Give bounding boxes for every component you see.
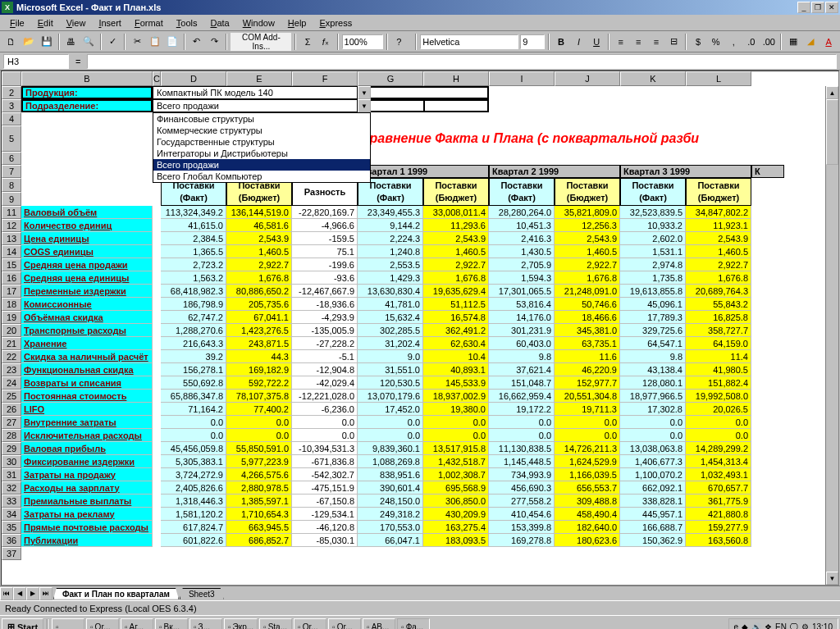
col-header[interactable]: I bbox=[489, 71, 555, 86]
data-cell[interactable]: 1,318,446.3 bbox=[161, 495, 226, 508]
dropdown-option[interactable]: Коммерческие структуры bbox=[153, 125, 370, 136]
data-cell[interactable]: 309,488.8 bbox=[555, 495, 620, 508]
row-label[interactable]: Исключительная расходы bbox=[21, 429, 153, 442]
tray-icon[interactable]: ⚙ bbox=[801, 622, 809, 629]
data-cell[interactable]: 1,460.5 bbox=[226, 245, 292, 258]
data-cell[interactable]: 45,456,059.8 bbox=[161, 442, 226, 455]
data-cell[interactable]: 21,248,091.0 bbox=[555, 285, 620, 298]
data-cell[interactable]: 838,951.6 bbox=[358, 468, 423, 481]
product-dropdown[interactable]: Компактный ПК модель 140 bbox=[153, 86, 358, 99]
currency-icon[interactable]: $ bbox=[690, 33, 706, 51]
data-cell[interactable]: 2,553.5 bbox=[358, 258, 423, 271]
tray-icon[interactable]: ❖ bbox=[765, 622, 772, 629]
preview-icon[interactable]: 🔍 bbox=[80, 33, 97, 51]
data-cell[interactable]: 64,547.1 bbox=[620, 337, 686, 350]
row-label[interactable]: Публикации bbox=[21, 534, 153, 547]
data-cell[interactable]: 20,551,304.8 bbox=[555, 390, 620, 403]
data-cell[interactable]: 2,880,978.5 bbox=[226, 481, 292, 495]
data-cell[interactable]: 410,454.6 bbox=[489, 508, 555, 521]
data-cell[interactable]: 50,746.6 bbox=[555, 298, 620, 311]
menu-window[interactable]: Window bbox=[236, 16, 281, 30]
division-dropdown[interactable]: Всего продажи bbox=[153, 99, 358, 112]
data-cell[interactable]: 362,491.2 bbox=[423, 324, 489, 337]
data-cell[interactable]: -67,150.8 bbox=[292, 495, 358, 508]
data-cell[interactable]: 1,676.8 bbox=[423, 271, 489, 285]
merge-icon[interactable]: ⊟ bbox=[666, 33, 682, 51]
data-cell[interactable]: 0.0 bbox=[292, 429, 358, 442]
data-cell[interactable]: 0.0 bbox=[226, 416, 292, 429]
data-cell[interactable]: 10.4 bbox=[423, 350, 489, 363]
row-header[interactable]: 34 bbox=[2, 508, 21, 521]
autosum-icon[interactable]: Σ bbox=[299, 33, 316, 51]
row-label[interactable]: Хранение bbox=[21, 337, 153, 350]
data-cell[interactable]: 248,150.0 bbox=[358, 495, 423, 508]
menu-express[interactable]: Express bbox=[313, 16, 358, 30]
data-cell[interactable]: 28,280,264.0 bbox=[489, 206, 555, 219]
data-cell[interactable]: -129,534.1 bbox=[292, 508, 358, 521]
data-cell[interactable]: 11,293.6 bbox=[423, 219, 489, 232]
row-label[interactable]: Комиссионные bbox=[21, 298, 153, 311]
data-cell[interactable]: -6,236.0 bbox=[292, 403, 358, 416]
dropdown-option[interactable]: Всего Глобал Компьютер bbox=[153, 171, 370, 182]
row-header[interactable]: 30 bbox=[2, 455, 21, 468]
data-cell[interactable]: 33,008,011.4 bbox=[423, 206, 489, 219]
row-header[interactable]: 37 bbox=[2, 547, 21, 560]
data-cell[interactable]: -10,394,531.3 bbox=[292, 442, 358, 455]
row-label[interactable]: COGS единицы bbox=[21, 245, 153, 258]
data-cell[interactable]: 1,594.3 bbox=[489, 271, 555, 285]
data-cell[interactable]: 0.0 bbox=[555, 429, 620, 442]
taskbar-button[interactable]: ▫Вк... bbox=[155, 618, 188, 630]
data-cell[interactable]: 14,176.0 bbox=[489, 311, 555, 324]
data-cell[interactable]: 2,602.0 bbox=[620, 232, 686, 245]
data-cell[interactable]: 1,710,654.3 bbox=[226, 508, 292, 521]
data-cell[interactable]: 11,923.1 bbox=[686, 219, 751, 232]
taskbar-button[interactable]: ▫Экр... bbox=[224, 618, 258, 630]
data-cell[interactable]: 145,533.9 bbox=[423, 376, 489, 390]
row-header[interactable]: 33 bbox=[2, 495, 21, 508]
tab-last-icon[interactable]: ⏭ bbox=[39, 587, 52, 600]
row-label[interactable]: Цена единицы bbox=[21, 232, 153, 245]
data-cell[interactable]: 9.8 bbox=[620, 350, 686, 363]
row-label[interactable]: LIFO bbox=[21, 403, 153, 416]
data-cell[interactable]: 1,166,039.5 bbox=[555, 468, 620, 481]
data-cell[interactable]: 445,957.1 bbox=[620, 508, 686, 521]
underline-icon[interactable]: U bbox=[588, 33, 605, 51]
data-cell[interactable]: -18,936.6 bbox=[292, 298, 358, 311]
com-addins-button[interactable]: COM Add-Ins... bbox=[231, 33, 291, 51]
cell[interactable] bbox=[358, 99, 489, 112]
data-cell[interactable]: 11.4 bbox=[686, 350, 751, 363]
data-cell[interactable]: 663,945.5 bbox=[226, 521, 292, 534]
data-cell[interactable]: 249,318.2 bbox=[358, 508, 423, 521]
data-cell[interactable]: 9.0 bbox=[358, 350, 423, 363]
data-cell[interactable]: 31,202.4 bbox=[358, 337, 423, 350]
data-cell[interactable]: 11,130,838.5 bbox=[489, 442, 555, 455]
data-cell[interactable]: 78,107,375.8 bbox=[226, 390, 292, 403]
data-cell[interactable]: 1,676.8 bbox=[226, 271, 292, 285]
tray-icon[interactable]: 🔊 bbox=[751, 622, 761, 629]
align-left-icon[interactable]: ≡ bbox=[613, 33, 629, 51]
data-cell[interactable]: 9,144.2 bbox=[358, 219, 423, 232]
open-icon[interactable]: 📂 bbox=[21, 33, 38, 51]
font-combo[interactable] bbox=[420, 34, 518, 49]
taskbar-button[interactable]: ▫Or... bbox=[294, 618, 326, 630]
italic-icon[interactable]: I bbox=[571, 33, 587, 51]
formula-input[interactable] bbox=[87, 54, 837, 69]
data-cell[interactable]: 0.0 bbox=[620, 416, 686, 429]
data-cell[interactable]: 1,676.8 bbox=[686, 271, 751, 285]
sheet-tab[interactable]: Sheet3 bbox=[180, 588, 224, 599]
data-cell[interactable]: 1,563.2 bbox=[161, 271, 226, 285]
data-cell[interactable]: 156,278.1 bbox=[161, 363, 226, 376]
data-cell[interactable]: 35,821,809.0 bbox=[555, 206, 620, 219]
col-header[interactable]: F bbox=[292, 71, 358, 86]
col-header[interactable]: H bbox=[423, 71, 489, 86]
data-cell[interactable]: 1,460.5 bbox=[686, 245, 751, 258]
data-cell[interactable]: 5,977,223.9 bbox=[226, 455, 292, 468]
row-header[interactable]: 27 bbox=[2, 416, 21, 429]
data-cell[interactable]: 23,349,455.3 bbox=[358, 206, 423, 219]
row-header[interactable]: 3 bbox=[2, 99, 21, 112]
row-header[interactable]: 29 bbox=[2, 442, 21, 455]
data-cell[interactable]: 2,723.2 bbox=[161, 258, 226, 271]
new-icon[interactable]: 🗋 bbox=[3, 33, 20, 51]
sheet-tab-active[interactable]: Факт и План по кварталам bbox=[53, 588, 179, 599]
data-cell[interactable]: 734,993.9 bbox=[489, 468, 555, 481]
